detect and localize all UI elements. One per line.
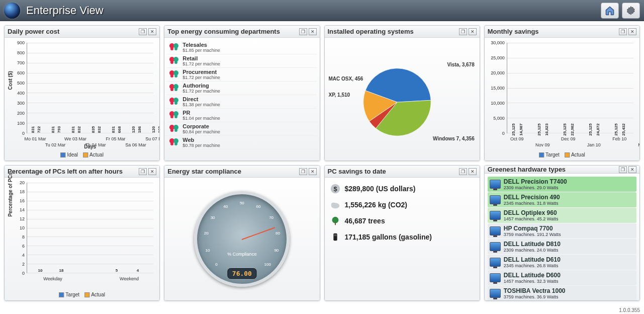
os-pie-chart: Vista, 3,678 MAC OSX, 456 XP, 1,510 Wind…	[328, 41, 477, 158]
dept-row[interactable]: Web$0.78 per machine	[167, 136, 316, 149]
chart-legend: Target Actual	[539, 152, 585, 158]
savings-row: $$289,800 (US dollars)	[328, 181, 477, 197]
dept-cost: $0.84 per machine	[182, 129, 220, 134]
people-icon	[168, 110, 180, 120]
panel-title: Energy star compliance	[167, 168, 297, 175]
dollar-icon: $	[330, 183, 341, 194]
people-icon	[168, 42, 180, 52]
pct-left-on-chart: Percentage of PCs 02468101214161820 1018…	[8, 181, 156, 297]
panel-estar: Energy star compliance ❐ ✕ % Compliance …	[164, 165, 320, 301]
close-button[interactable]: ✕	[148, 168, 156, 175]
maximize-button[interactable]: ❐	[299, 168, 307, 175]
svg-rect-8	[334, 234, 337, 237]
hardware-row[interactable]: DELL Latitude D6102345 machines. 26.8 Wa…	[488, 255, 636, 270]
hardware-name: DELL Latitude D600	[504, 272, 561, 279]
hardware-sub: 3759 machines. 36.9 Watts	[504, 294, 566, 299]
dept-row[interactable]: Direct$1.38 per machine	[167, 95, 316, 109]
close-button[interactable]: ✕	[469, 168, 477, 175]
hardware-sub: 1457 machines. 32.3 Watts	[504, 279, 561, 284]
close-button[interactable]: ✕	[309, 168, 317, 175]
legend-actual: Actual	[89, 152, 104, 158]
hardware-row[interactable]: DELL Optiplex 9601457 machines. 45.2 Wat…	[488, 208, 636, 223]
maximize-button[interactable]: ❐	[139, 168, 147, 175]
dept-cost: $0.78 per machine	[182, 143, 220, 148]
dept-cost: $1.72 per machine	[182, 75, 220, 80]
dept-name: Retail	[182, 55, 220, 61]
tree-icon	[330, 215, 341, 226]
dashboard-grid: Daily power cost ❐ ✕ Cost ($) 0100200300…	[0, 21, 644, 305]
hardware-name: TOSHIBA Vectra 1000	[504, 287, 566, 294]
daily-power-chart: Cost ($) 0100200300400500600700800900 83…	[8, 41, 156, 158]
panel-title: Percentage of PCs left on after hours	[8, 168, 137, 175]
maximize-button[interactable]: ❐	[619, 28, 627, 35]
maximize-button[interactable]: ❐	[619, 166, 627, 173]
close-button[interactable]: ✕	[309, 28, 317, 35]
hardware-sub: 3759 machines. 191.2 Watts	[504, 232, 561, 237]
hardware-sub: 2345 machines. 31.8 Watts	[504, 201, 560, 206]
dept-name: Telesales	[182, 42, 220, 48]
home-button[interactable]	[601, 3, 619, 19]
hardware-name: HP Compaq 7700	[504, 225, 561, 232]
app-title: Enterprise View	[26, 4, 104, 17]
pie-label-macosx: MAC OSX, 456	[329, 76, 363, 82]
hardware-row[interactable]: HP Compaq 77003759 machines. 191.2 Watts	[488, 223, 636, 239]
close-button[interactable]: ✕	[628, 28, 636, 35]
chart-legend: Ideal Actual	[60, 152, 103, 158]
gear-icon	[626, 6, 636, 16]
chart-legend: Target Actual	[59, 292, 105, 297]
hardware-row[interactable]: DELL Precision T74002309 machines. 29.0 …	[488, 177, 636, 192]
version-label: 1.0.0.355	[619, 307, 640, 313]
monitor-icon	[490, 226, 501, 236]
savings-text: 1,556,226 kg (CO2)	[345, 201, 408, 209]
people-icon	[168, 56, 180, 66]
hardware-name: DELL Optiplex 960	[504, 209, 559, 216]
legend-actual: Actual	[571, 152, 585, 158]
panel-title: Greenest hardware types	[488, 166, 617, 173]
panel-title: Monthly savings	[488, 28, 617, 35]
gasoline-icon	[330, 231, 341, 243]
maximize-button[interactable]: ❐	[139, 28, 147, 35]
monthly-savings-chart: 05,00010,00015,00020,00025,00030,000 25,…	[488, 41, 636, 158]
maximize-button[interactable]: ❐	[459, 28, 467, 35]
hardware-row[interactable]: DELL Precision 4902345 machines. 31.8 Wa…	[488, 192, 636, 207]
settings-button[interactable]	[622, 3, 640, 19]
monitor-icon	[490, 289, 501, 298]
hardware-name: DELL Precision T7400	[504, 178, 567, 185]
dept-cost: $1.72 per machine	[182, 61, 220, 66]
svg-rect-6	[335, 222, 336, 225]
close-button[interactable]: ✕	[148, 28, 156, 35]
gauge-axis-label: % Compliance	[227, 252, 256, 257]
savings-row: 46,687 trees	[328, 213, 477, 229]
maximize-button[interactable]: ❐	[299, 28, 307, 35]
dept-row[interactable]: PR$1.04 per machine	[167, 109, 316, 122]
app-header: Enterprise View	[0, 0, 644, 21]
hardware-row[interactable]: DELL Latitude D8102309 machines. 24.0 Wa…	[488, 239, 636, 254]
people-icon	[168, 124, 180, 134]
svg-text:$: $	[333, 185, 337, 193]
close-button[interactable]: ✕	[628, 166, 636, 173]
savings-row: 1,556,226 kg (CO2)	[328, 197, 477, 213]
hardware-row[interactable]: DELL Latitude D6001457 machines. 32.3 Wa…	[488, 270, 636, 285]
close-button[interactable]: ✕	[469, 28, 477, 35]
monitor-icon	[490, 258, 501, 267]
hardware-row[interactable]: TOSHIBA Vectra 10003759 machines. 36.9 W…	[488, 286, 636, 301]
dept-row[interactable]: Authoring$1.72 per machine	[167, 82, 316, 95]
dept-cost: $1.04 per machine	[182, 116, 220, 121]
panel-title: Installed operating systems	[328, 28, 457, 35]
monitor-icon	[490, 211, 501, 220]
dept-name: PR	[182, 110, 220, 116]
cloud-icon	[330, 199, 341, 210]
svg-point-5	[332, 217, 338, 223]
legend-target: Target	[65, 292, 79, 297]
dept-name: Authoring	[182, 83, 220, 89]
maximize-button[interactable]: ❐	[459, 168, 467, 175]
panel-title: Daily power cost	[8, 28, 137, 35]
dept-row[interactable]: Retail$1.72 per machine	[167, 54, 316, 68]
dept-list: Telesales$1.85 per machineRetail$1.72 pe…	[164, 38, 319, 161]
monitor-icon	[490, 273, 501, 282]
dept-row[interactable]: Telesales$1.85 per machine	[167, 41, 316, 54]
panel-monthly: Monthly savings ❐ ✕ 05,00010,00015,00020…	[484, 25, 640, 161]
dept-row[interactable]: Corporate$0.84 per machine	[167, 122, 316, 136]
dept-row[interactable]: Procurement$1.72 per machine	[167, 68, 316, 82]
monitor-icon	[490, 195, 501, 204]
